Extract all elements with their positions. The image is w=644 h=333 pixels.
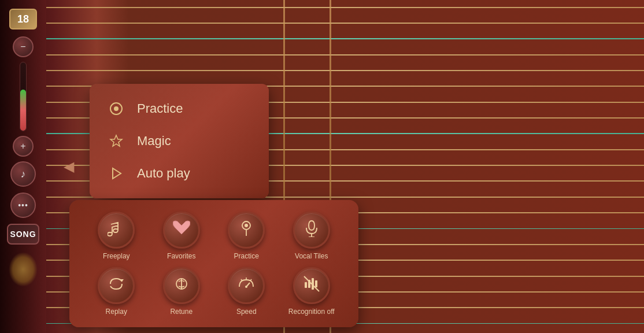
number-badge: 18 [9, 9, 37, 29]
toolbar-row-1: Freeplay Favorites [84, 212, 344, 260]
mode-item-autoplay[interactable]: Auto play [101, 157, 257, 190]
speed-button[interactable]: Speed [220, 267, 272, 316]
vocal-tiles-label: Vocal Tiles [295, 252, 328, 260]
replay-circle [98, 267, 135, 304]
volume-minus-button[interactable]: − [13, 36, 34, 57]
autoplay-mode-icon [106, 163, 127, 184]
volume-slider[interactable] [20, 62, 27, 131]
string-5 [46, 70, 644, 71]
decorative-ornament [9, 252, 38, 287]
svg-rect-14 [305, 282, 307, 288]
string-3 [46, 38, 644, 39]
retune-circle [163, 267, 200, 304]
freeplay-circle [98, 212, 135, 249]
retune-button[interactable]: Retune [156, 267, 208, 316]
vocal-tiles-circle [293, 212, 330, 249]
song-label: SONG [10, 230, 36, 239]
retune-icon [173, 275, 190, 297]
string-1 [46, 7, 644, 8]
string-2 [46, 23, 644, 24]
speed-icon [238, 275, 255, 297]
practice-button[interactable]: Practice [220, 212, 272, 260]
favorites-label: Favorites [167, 252, 195, 260]
string-4 [46, 54, 644, 56]
volume-fill [20, 90, 26, 131]
svg-point-13 [245, 286, 247, 288]
svg-point-3 [245, 224, 248, 227]
minus-icon: − [20, 42, 25, 52]
bottom-toolbar: Freeplay Favorites [69, 200, 358, 327]
favorites-button[interactable]: Favorites [156, 212, 208, 260]
practice-label: Practice [234, 252, 259, 260]
music-button[interactable]: ♪ [10, 161, 36, 187]
replay-icon [108, 275, 125, 297]
mode-popup: Practice Magic Auto play [90, 84, 269, 198]
recognition-off-label: Recognition off [288, 308, 335, 316]
magic-mode-label: Magic [137, 134, 171, 149]
vocal-tiles-button[interactable]: Vocal Tiles [286, 212, 338, 260]
speed-label: Speed [236, 308, 257, 316]
music-icon: ♪ [21, 168, 26, 180]
toolbar-row-2: Replay Retune [84, 267, 344, 316]
mode-item-magic[interactable]: Magic [101, 125, 257, 157]
more-button[interactable]: ••• [10, 193, 36, 218]
freeplay-icon [108, 220, 125, 241]
speed-circle [228, 267, 265, 304]
arrow-left-icon: ◀ [64, 158, 74, 175]
recognition-icon [303, 275, 320, 297]
vocal-tiles-icon [303, 220, 320, 241]
volume-plus-button[interactable]: + [13, 136, 34, 157]
practice-icon [238, 220, 255, 241]
recognition-off-button[interactable]: Recognition off [286, 267, 338, 316]
practice-mode-label: Practice [137, 101, 183, 116]
volume-control: − + [13, 36, 34, 157]
replay-button[interactable]: Replay [90, 267, 142, 316]
freeplay-button[interactable]: Freeplay [90, 212, 142, 260]
practice-mode-icon [106, 98, 127, 119]
svg-point-1 [114, 106, 119, 111]
song-button[interactable]: SONG [7, 224, 39, 245]
autoplay-mode-label: Auto play [137, 166, 190, 181]
freeplay-label: Freeplay [103, 252, 130, 260]
retune-label: Retune [170, 308, 193, 316]
mode-item-practice[interactable]: Practice [101, 92, 257, 125]
favorites-icon [173, 220, 190, 241]
plus-icon: + [20, 141, 25, 151]
replay-label: Replay [106, 308, 127, 316]
left-panel: 18 − + ♪ ••• SONG [0, 0, 46, 333]
svg-rect-17 [315, 280, 317, 287]
more-icon: ••• [18, 201, 28, 210]
recognition-circle [293, 267, 330, 304]
favorites-circle [163, 212, 200, 249]
magic-mode-icon [106, 131, 127, 151]
practice-circle [228, 212, 265, 249]
